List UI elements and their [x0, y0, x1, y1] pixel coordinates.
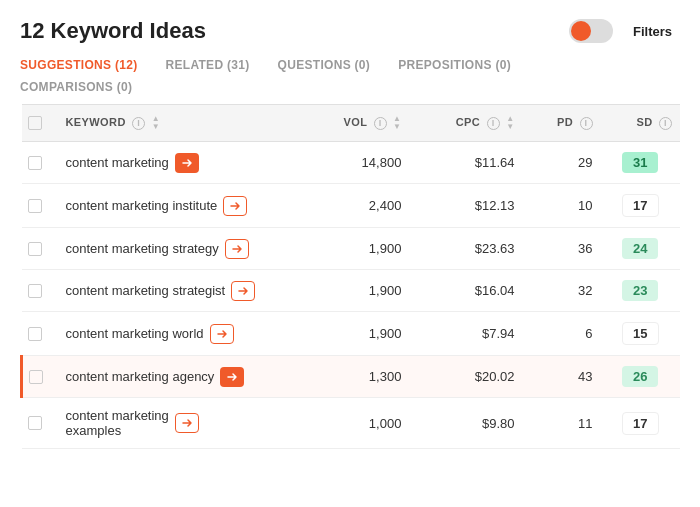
- keyword-text: content marketing strategy: [66, 241, 219, 256]
- vol-cell: 1,300: [298, 356, 410, 398]
- pd-cell: 36: [522, 228, 600, 270]
- vol-cell: 2,400: [298, 184, 410, 228]
- row-checkbox[interactable]: [28, 242, 42, 256]
- tab-questions[interactable]: QUESTIONS (0): [262, 54, 383, 78]
- sd-info-icon: i: [659, 117, 672, 130]
- sd-cell: 17: [601, 398, 680, 449]
- keyword-arrow-btn[interactable]: [220, 367, 244, 387]
- keyword-arrow-btn[interactable]: [175, 153, 199, 173]
- keyword-cell: content marketing: [66, 153, 290, 173]
- keyword-text: content marketing agency: [66, 369, 215, 384]
- col-checkbox: [22, 105, 58, 142]
- keyword-text: content marketing institute: [66, 198, 218, 213]
- cpc-cell: $20.02: [409, 356, 522, 398]
- header-controls: Filters: [569, 19, 680, 43]
- pd-info-icon: i: [580, 117, 593, 130]
- filters-button[interactable]: Filters: [625, 20, 680, 43]
- sd-cell: 24: [601, 228, 680, 270]
- cpc-info-icon: i: [487, 117, 500, 130]
- tab-related[interactable]: RELATED (31): [150, 54, 262, 78]
- keyword-cell: content marketing examples: [66, 408, 290, 438]
- sd-badge: 26: [622, 366, 658, 387]
- table-row: content marketing world 1,900$7.94615: [22, 312, 681, 356]
- pd-cell: 6: [522, 312, 600, 356]
- page-title: 12 Keyword Ideas: [20, 18, 206, 44]
- row-checkbox[interactable]: [28, 416, 42, 430]
- keyword-text: content marketing world: [66, 326, 204, 341]
- toggle-thumb: [571, 21, 591, 41]
- keyword-sort[interactable]: ▲ ▼: [152, 115, 160, 131]
- row-checkbox[interactable]: [29, 370, 43, 384]
- col-sd-label: SD: [636, 116, 652, 128]
- keyword-arrow-btn[interactable]: [231, 281, 255, 301]
- table-body: content marketing 14,800$11.642931 conte…: [22, 142, 681, 449]
- table-row: content marketing strategy 1,900$23.6336…: [22, 228, 681, 270]
- keyword-text: content marketing examples: [66, 408, 169, 438]
- keyword-text: content marketing: [66, 155, 169, 170]
- sd-badge: 17: [622, 412, 658, 435]
- vol-cell: 1,900: [298, 312, 410, 356]
- vol-cell: 14,800: [298, 142, 410, 184]
- pd-cell: 10: [522, 184, 600, 228]
- page-header: 12 Keyword Ideas Filters: [0, 0, 700, 54]
- row-checkbox[interactable]: [28, 199, 42, 213]
- row-checkbox[interactable]: [28, 327, 42, 341]
- sd-cell: 31: [601, 142, 680, 184]
- sd-badge: 23: [622, 280, 658, 301]
- filter-toggle[interactable]: [569, 19, 613, 43]
- keyword-cell: content marketing strategist: [66, 281, 290, 301]
- vol-sort[interactable]: ▲ ▼: [393, 115, 401, 131]
- col-keyword: KEYWORD i ▲ ▼: [58, 105, 298, 142]
- vol-info-icon: i: [374, 117, 387, 130]
- sd-cell: 23: [601, 270, 680, 312]
- sort-down-icon: ▼: [393, 123, 401, 131]
- cpc-cell: $9.80: [409, 398, 522, 449]
- cpc-cell: $7.94: [409, 312, 522, 356]
- table-row: content marketing strategist 1,900$16.04…: [22, 270, 681, 312]
- sd-badge: 17: [622, 194, 658, 217]
- col-sd: SD i: [601, 105, 680, 142]
- pd-cell: 11: [522, 398, 600, 449]
- tab-prepositions[interactable]: PREPOSITIONS (0): [382, 54, 523, 78]
- cpc-cell: $16.04: [409, 270, 522, 312]
- col-vol-label: VOL: [343, 116, 367, 128]
- col-vol: VOL i ▲ ▼: [298, 105, 410, 142]
- header-checkbox[interactable]: [28, 116, 42, 130]
- row-checkbox[interactable]: [28, 284, 42, 298]
- sd-cell: 26: [601, 356, 680, 398]
- table-row: content marketing 14,800$11.642931: [22, 142, 681, 184]
- col-pd: PD i: [522, 105, 600, 142]
- vol-cell: 1,000: [298, 398, 410, 449]
- keyword-cell: content marketing world: [66, 324, 290, 344]
- sd-badge: 31: [622, 152, 658, 173]
- table-row: content marketing agency 1,300$20.024326: [22, 356, 681, 398]
- pd-cell: 32: [522, 270, 600, 312]
- sort-down-icon: ▼: [506, 123, 514, 131]
- tabs-container: SUGGESTIONS (12) RELATED (31) QUESTIONS …: [0, 54, 700, 98]
- vol-cell: 1,900: [298, 228, 410, 270]
- toggle-wrap: [569, 19, 613, 43]
- cpc-sort[interactable]: ▲ ▼: [506, 115, 514, 131]
- table-container: KEYWORD i ▲ ▼ VOL i ▲ ▼ CPC: [0, 104, 700, 449]
- keyword-arrow-btn[interactable]: [175, 413, 199, 433]
- cpc-cell: $12.13: [409, 184, 522, 228]
- tab-suggestions[interactable]: SUGGESTIONS (12): [20, 54, 150, 78]
- sort-down-icon: ▼: [152, 123, 160, 131]
- sd-badge: 24: [622, 238, 658, 259]
- col-cpc: CPC i ▲ ▼: [409, 105, 522, 142]
- cpc-cell: $23.63: [409, 228, 522, 270]
- col-pd-label: PD: [557, 116, 573, 128]
- keyword-arrow-btn[interactable]: [223, 196, 247, 216]
- keywords-table: KEYWORD i ▲ ▼ VOL i ▲ ▼ CPC: [20, 104, 680, 449]
- keyword-text: content marketing strategist: [66, 283, 226, 298]
- keyword-arrow-btn[interactable]: [210, 324, 234, 344]
- row-checkbox[interactable]: [28, 156, 42, 170]
- col-cpc-label: CPC: [456, 116, 480, 128]
- table-row: content marketing examples 1,000$9.80111…: [22, 398, 681, 449]
- sd-cell: 17: [601, 184, 680, 228]
- keyword-info-icon: i: [132, 117, 145, 130]
- tab-comparisons[interactable]: COMPARISONS (0): [20, 78, 680, 98]
- keyword-cell: content marketing institute: [66, 196, 290, 216]
- pd-cell: 43: [522, 356, 600, 398]
- keyword-arrow-btn[interactable]: [225, 239, 249, 259]
